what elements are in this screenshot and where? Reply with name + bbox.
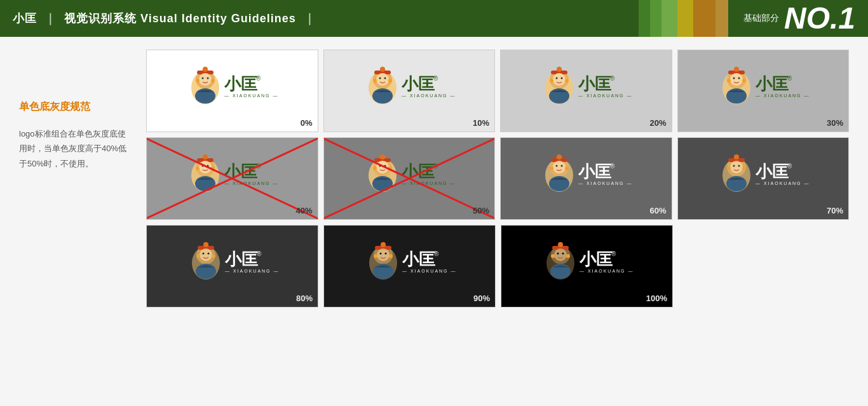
main-content: 单色底灰度规范 logo标准组合在单色灰度底使用时，当单色灰度高于40%低于50… — [0, 37, 868, 406]
logo-svg-40: 小匡 — XIAOKUANG — ® — [181, 153, 283, 204]
logo-display-90: 小匡 — XIAOKUANG — ® — [324, 226, 495, 307]
svg-text:小匡: 小匡 — [579, 250, 613, 269]
logo-display-40: 小匡 — XIAOKUANG — ® — [147, 138, 318, 219]
pct-label-70: 70% — [827, 206, 843, 215]
svg-point-42 — [734, 67, 739, 72]
svg-point-82 — [553, 161, 566, 173]
svg-point-112 — [196, 254, 200, 258]
logo-display-60: 小匡 — XIAOKUANG — ® — [501, 138, 672, 219]
svg-point-123 — [384, 253, 386, 255]
svg-point-48 — [742, 79, 746, 83]
svg-text:®: ® — [433, 75, 438, 82]
svg-point-108 — [200, 248, 212, 261]
svg-point-97 — [738, 165, 740, 167]
svg-point-71 — [384, 165, 386, 167]
logo-svg-60: 小匡 — XIAOKUANG — ® — [535, 153, 637, 204]
grid-row-3: 小匡 — XIAOKUANG — ® 80% — [146, 225, 849, 308]
logo-card-60: 小匡 — XIAOKUANG — ® 60% — [500, 137, 672, 220]
logo-svg-10: 小匡 — XIAOKUANG — ® — [358, 65, 460, 116]
header: 小匡 ｜ 视觉识别系统 Visual Identity Guidelines ｜… — [0, 0, 868, 37]
divider1: ｜ — [44, 11, 57, 26]
pct-label-30: 30% — [827, 118, 843, 128]
empty-slot — [678, 225, 849, 308]
svg-point-8 — [196, 79, 200, 83]
pct-label-80: 80% — [296, 294, 313, 303]
svg-text:— XIAOKUANG —: — XIAOKUANG — — [580, 269, 634, 273]
svg-text:— XIAOKUANG —: — XIAOKUANG — — [224, 181, 279, 186]
svg-point-16 — [380, 67, 385, 72]
svg-text:小匡: 小匡 — [755, 75, 789, 93]
svg-point-135 — [557, 253, 559, 255]
logo-svg-80: 小匡 — XIAOKUANG — ® — [182, 241, 283, 292]
svg-point-87 — [565, 166, 569, 170]
svg-point-94 — [734, 154, 739, 159]
logo-svg-70: 小匡 — XIAOKUANG — ® — [712, 153, 814, 204]
svg-point-21 — [373, 79, 377, 83]
stripe-4 — [677, 0, 693, 37]
logo-display-0: 小匡 — XIAOKUANG — ® — [147, 50, 318, 132]
section-desc: logo标准组合在单色灰度底使用时，当单色灰度高于40%低于50%时，不使用。 — [19, 126, 133, 171]
logo-display-10: 小匡 — XIAOKUANG — ® — [324, 50, 495, 132]
logo-card-10: 小匡 — XIAOKUANG — ® 10% — [323, 50, 496, 132]
logo-card-100: 小匡 — XIAOKUANG — ® 100% — [501, 225, 673, 308]
pct-label-100: 100% — [646, 294, 667, 303]
svg-point-69 — [376, 161, 389, 173]
svg-point-100 — [742, 166, 746, 170]
svg-point-44 — [733, 78, 735, 79]
left-panel: 单色底灰度规范 logo标准组合在单色灰度底使用时，当单色灰度高于40%低于50… — [19, 50, 146, 393]
pct-label-40: 40% — [295, 206, 312, 215]
svg-point-139 — [566, 254, 570, 258]
svg-point-29 — [557, 67, 562, 72]
svg-point-109 — [202, 253, 204, 255]
stripe-2 — [650, 0, 661, 37]
logo-svg-100: 小匡 — XIAOKUANG — ® — [536, 241, 638, 292]
svg-text:®: ® — [434, 250, 439, 257]
logo-card-50: 小匡 — XIAOKUANG — ® 50% — [323, 137, 496, 220]
svg-point-107 — [203, 242, 208, 247]
svg-point-60 — [196, 166, 200, 170]
svg-text:小匡: 小匡 — [401, 75, 435, 93]
svg-point-138 — [551, 254, 555, 258]
svg-text:®: ® — [610, 163, 615, 170]
svg-text:小匡: 小匡 — [755, 163, 789, 181]
svg-point-43 — [730, 73, 743, 86]
header-subtitle: 视觉识别系统 Visual Identity Guidelines — [64, 11, 296, 26]
pct-label-20: 20% — [649, 118, 666, 128]
svg-text:小匡: 小匡 — [402, 250, 435, 269]
svg-text:小匡: 小匡 — [224, 250, 258, 269]
svg-point-136 — [562, 253, 564, 255]
svg-text:— XIAOKUANG —: — XIAOKUANG — — [402, 93, 456, 98]
logo-card-30: 小匡 — XIAOKUANG — ® 30% — [677, 50, 850, 132]
svg-point-55 — [203, 154, 208, 159]
svg-point-133 — [558, 242, 563, 247]
svg-text:®: ® — [256, 75, 261, 82]
logo-svg-90: 小匡 — XIAOKUANG — ® — [359, 241, 461, 292]
header-title: 小匡 ｜ 视觉识别系统 Visual Identity Guidelines ｜ — [13, 11, 323, 26]
svg-text:— XIAOKUANG —: — XIAOKUANG — — [225, 269, 280, 273]
svg-text:小匡: 小匡 — [224, 75, 257, 93]
logo-svg-50: 小匡 — XIAOKUANG — ® — [358, 153, 460, 204]
svg-point-47 — [727, 79, 731, 83]
svg-point-126 — [389, 254, 393, 258]
svg-text:— XIAOKUANG —: — XIAOKUANG — — [402, 181, 456, 186]
logo-card-0: 小匡 — XIAOKUANG — ® 0% — [146, 50, 318, 132]
svg-point-122 — [379, 253, 381, 255]
stripe-5 — [693, 0, 715, 37]
svg-point-81 — [557, 154, 562, 159]
pct-label-90: 90% — [473, 294, 490, 303]
svg-point-30 — [553, 73, 566, 86]
brand-name: 小匡 — [13, 11, 37, 26]
pct-label-50: 50% — [473, 206, 489, 215]
svg-point-58 — [207, 165, 209, 167]
svg-point-125 — [374, 254, 377, 258]
logo-display-50: 小匡 — XIAOKUANG — ® — [324, 138, 495, 219]
header-stripes — [639, 0, 728, 37]
logo-svg-0: 小匡 — XIAOKUANG — ® — [181, 65, 283, 116]
svg-point-18 — [379, 78, 381, 79]
svg-point-32 — [561, 78, 563, 79]
pct-label-60: 60% — [649, 206, 666, 215]
svg-text:®: ® — [257, 250, 262, 257]
svg-text:— XIAOKUANG —: — XIAOKUANG — — [578, 93, 633, 98]
logo-card-20: 小匡 — XIAOKUANG — ® 20% — [500, 50, 672, 132]
svg-point-99 — [727, 166, 731, 170]
